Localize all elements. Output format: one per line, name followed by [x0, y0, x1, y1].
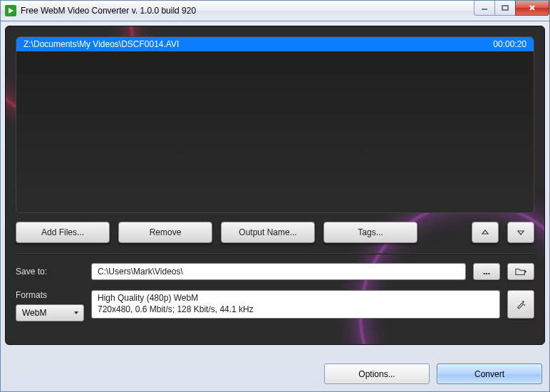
formats-row: Formats WebM High Quality (480p) WebM 72… [16, 290, 534, 321]
app-icon [5, 5, 16, 16]
close-button[interactable] [515, 1, 549, 16]
file-list[interactable]: Z:\Documents\My Videos\DSCF0014.AVI 00:0… [16, 36, 534, 213]
move-down-button[interactable] [507, 222, 534, 243]
window-body: FREESTUDIO WWW.DVDVIDEOSOFT.COM Z:\Docum… [0, 21, 550, 392]
save-to-row: Save to: C:\Users\Mark\Videos\ ... [16, 263, 534, 280]
convert-button[interactable]: Convert [437, 363, 542, 384]
file-row[interactable]: Z:\Documents\My Videos\DSCF0014.AVI 00:0… [16, 37, 534, 51]
file-duration: 00:00:20 [493, 39, 526, 49]
formats-label: Formats [16, 290, 84, 300]
svg-rect-1 [502, 6, 508, 10]
minimize-button[interactable] [474, 1, 495, 16]
preset-name: High Quality (480p) WebM [98, 293, 494, 304]
save-to-input[interactable]: C:\Users\Mark\Videos\ [91, 263, 466, 280]
browse-ellipsis: ... [483, 267, 490, 277]
main-panel: FREESTUDIO WWW.DVDVIDEOSOFT.COM Z:\Docum… [5, 26, 545, 345]
formats-selected: WebM [22, 308, 46, 318]
action-row: Options... Convert [324, 363, 542, 384]
window-title: Free WebM Video Converter v. 1.0.0 build… [21, 6, 196, 16]
titlebar: Free WebM Video Converter v. 1.0.0 build… [0, 0, 550, 21]
formats-select[interactable]: WebM [16, 304, 84, 321]
move-up-button[interactable] [472, 222, 499, 243]
output-name-button[interactable]: Output Name... [221, 222, 315, 243]
file-path: Z:\Documents\My Videos\DSCF0014.AVI [24, 39, 179, 49]
window-controls [474, 1, 549, 16]
chevron-down-icon [73, 310, 79, 316]
maximize-button[interactable] [494, 1, 516, 16]
open-folder-button[interactable] [507, 263, 534, 280]
toolbar: Add Files... Remove Output Name... Tags.… [16, 222, 534, 243]
browse-button[interactable]: ... [473, 263, 500, 280]
options-button[interactable]: Options... [324, 363, 430, 384]
divider [16, 253, 534, 254]
save-to-value: C:\Users\Mark\Videos\ [98, 267, 183, 277]
preset-display[interactable]: High Quality (480p) WebM 720x480, 0.6 Mb… [91, 290, 500, 319]
remove-button[interactable]: Remove [118, 222, 212, 243]
preset-detail: 720x480, 0.6 Mbit/s; 128 Kbit/s, 44.1 kH… [98, 304, 494, 316]
save-to-label: Save to: [16, 267, 84, 277]
add-files-button[interactable]: Add Files... [16, 222, 110, 243]
preset-wizard-button[interactable] [507, 290, 534, 319]
tags-button[interactable]: Tags... [323, 222, 417, 243]
